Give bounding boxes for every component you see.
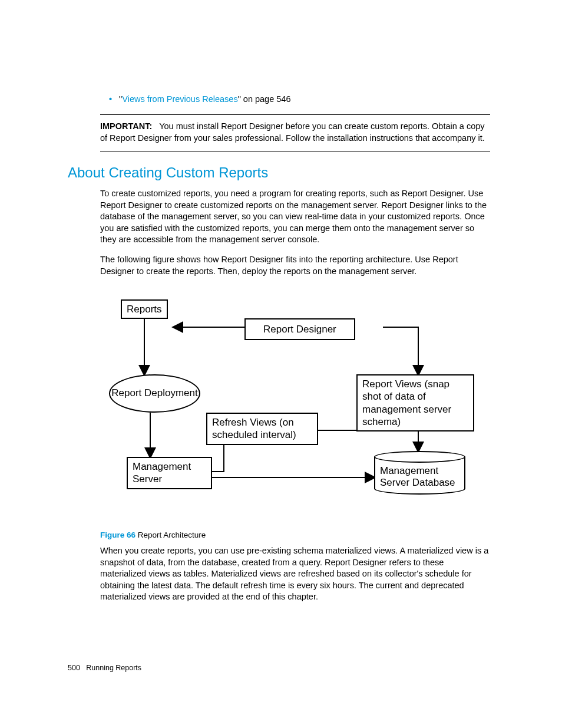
page-footer: 500 Running Reports: [68, 664, 141, 672]
body-paragraph-2: The following figure shows how Report De…: [100, 254, 490, 277]
diagram-ellipse-label: Report Deployment: [111, 387, 197, 399]
figure-label: Figure 66: [100, 531, 135, 539]
bullet-suffix: " on page 546: [238, 94, 291, 104]
diagram-box-report-views: Report Views (snap shot of data of manag…: [356, 374, 474, 431]
page-number: 500: [68, 664, 80, 672]
diagram-box-report-designer: Report Designer: [244, 318, 355, 340]
important-label: IMPORTANT:: [100, 121, 152, 131]
diagram-cylinder-database: Management Server Database: [374, 451, 465, 495]
body-paragraph-3: When you create reports, you can use pre…: [100, 545, 490, 603]
diagram-box-management-server: Management Server: [127, 457, 212, 489]
figure-caption: Figure 66 Report Architecture: [100, 531, 490, 539]
important-text: You must install Report Designer before …: [100, 121, 485, 143]
section-heading: About Creating Custom Reports: [68, 164, 490, 181]
diagram-box-reports: Reports: [121, 299, 168, 319]
link-previous-releases[interactable]: Views from Previous Releases: [122, 94, 237, 104]
bullet-item: • "Views from Previous Releases" on page…: [109, 94, 490, 104]
architecture-diagram: Reports Report Designer Report Deploymen…: [100, 295, 471, 513]
figure-caption-text: Report Architecture: [138, 531, 206, 539]
diagram-box-refresh-views: Refresh Views (on scheduled interval): [206, 413, 318, 445]
bullet-dot-icon: •: [109, 94, 112, 104]
important-callout: IMPORTANT: You must install Report Desig…: [100, 114, 490, 151]
body-paragraph-1: To create customized reports, you need a…: [100, 188, 490, 246]
diagram-ellipse-report-deployment: Report Deployment: [109, 374, 200, 413]
footer-section: Running Reports: [86, 664, 141, 672]
